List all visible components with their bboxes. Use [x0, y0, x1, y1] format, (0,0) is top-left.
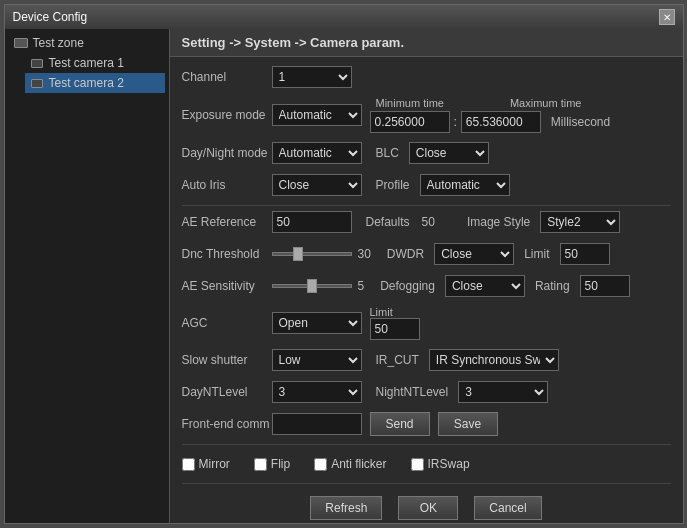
nightntlevel-select[interactable]: 3	[458, 381, 548, 403]
nightntlevel-label: NightNTLevel	[370, 385, 455, 399]
title-bar: Device Config ✕	[5, 5, 683, 29]
profile-label: Profile	[370, 178, 416, 192]
agc-limit-label: Limit	[370, 306, 420, 318]
channel-row: Channel 1	[182, 65, 671, 89]
sidebar-item-root[interactable]: Test zone	[9, 33, 165, 53]
frontend-input[interactable]	[272, 413, 362, 435]
slow-shutter-label: Slow shutter	[182, 353, 272, 367]
ae-ref-input[interactable]: 50	[272, 211, 352, 233]
ae-sensitivity-label: AE Sensitivity	[182, 279, 272, 293]
flip-checkbox-item[interactable]: Flip	[254, 457, 290, 471]
auto-iris-label: Auto Iris	[182, 178, 272, 192]
camera2-icon	[29, 75, 45, 91]
anti-flicker-checkbox[interactable]	[314, 458, 327, 471]
close-button[interactable]: ✕	[659, 9, 675, 25]
mirror-label: Mirror	[199, 457, 230, 471]
frontend-label: Front-end comm	[182, 417, 272, 431]
save-button[interactable]: Save	[438, 412, 498, 436]
daynight-select[interactable]: Automatic	[272, 142, 362, 164]
defogging-label: Defogging	[374, 279, 441, 293]
image-style-select[interactable]: Style2	[540, 211, 620, 233]
daynight-row: Day/Night mode Automatic BLC Close	[182, 141, 671, 165]
irswap-checkbox[interactable]	[411, 458, 424, 471]
irswap-label: IRSwap	[428, 457, 470, 471]
slow-shutter-row: Slow shutter Low IR_CUT IR Synchronous S…	[182, 348, 671, 372]
blc-label: BLC	[370, 146, 405, 160]
agc-row: AGC Open Limit 50	[182, 306, 671, 340]
main-content: Test zone Test camera 1 Test camera 2	[5, 29, 683, 523]
anti-flicker-checkbox-item[interactable]: Anti flicker	[314, 457, 386, 471]
ae-ref-row: AE Reference 50 Defaults 50 Image Style …	[182, 210, 671, 234]
defaults-label: Defaults	[360, 215, 416, 229]
dnc-row: Dnc Threshold 30 DWDR Close Limit 50	[182, 242, 671, 266]
action-btn-row: Refresh OK Cancel	[182, 488, 671, 523]
exposure-select[interactable]: Automatic	[272, 104, 362, 126]
dnc-value: 30	[352, 247, 377, 261]
send-button[interactable]: Send	[370, 412, 430, 436]
min-time-input[interactable]: 0.256000	[370, 111, 450, 133]
dayntlevel-select[interactable]: 3	[272, 381, 362, 403]
min-time-label: Minimum time	[370, 97, 450, 109]
divider2	[182, 444, 671, 445]
exposure-label: Exposure mode	[182, 108, 272, 122]
ae-sensitivity-row: AE Sensitivity 5 Defogging Close Rating …	[182, 274, 671, 298]
dwdr-label: DWDR	[381, 247, 430, 261]
daynight-label: Day/Night mode	[182, 146, 272, 160]
max-time-input[interactable]: 65.536000	[461, 111, 541, 133]
dnc-slider-container	[272, 252, 352, 256]
dnc-slider[interactable]	[272, 252, 352, 256]
camera1-label: Test camera 1	[49, 56, 124, 70]
dayntlevel-row: DayNTLevel 3 NightNTLevel 3	[182, 380, 671, 404]
dnc-label: Dnc Threshold	[182, 247, 272, 261]
refresh-button[interactable]: Refresh	[310, 496, 382, 520]
channel-select[interactable]: 1	[272, 66, 352, 88]
agc-limit-input[interactable]: 50	[370, 318, 420, 340]
millisecond-label: Millisecond	[545, 115, 616, 129]
max-time-label: Maximum time	[504, 97, 588, 109]
dwdr-select[interactable]: Close	[434, 243, 514, 265]
ok-button[interactable]: OK	[398, 496, 458, 520]
ir-cut-label: IR_CUT	[370, 353, 425, 367]
rating-input[interactable]: 50	[580, 275, 630, 297]
anti-flicker-label: Anti flicker	[331, 457, 386, 471]
ae-ref-label: AE Reference	[182, 215, 272, 229]
flip-checkbox[interactable]	[254, 458, 267, 471]
agc-label: AGC	[182, 316, 272, 330]
window-title: Device Config	[13, 10, 88, 24]
exposure-row: Exposure mode Automatic Minimum time Max…	[182, 97, 671, 133]
ae-sensitivity-value: 5	[352, 279, 371, 293]
sidebar-item-camera1[interactable]: Test camera 1	[25, 53, 165, 73]
blc-select[interactable]: Close	[409, 142, 489, 164]
auto-iris-row: Auto Iris Close Profile Automatic	[182, 173, 671, 197]
slow-shutter-select[interactable]: Low	[272, 349, 362, 371]
limit-label: Limit	[518, 247, 555, 261]
checkbox-row: Mirror Flip Anti flicker IRSwap	[182, 449, 671, 479]
defogging-select[interactable]: Close	[445, 275, 525, 297]
ae-sensitivity-slider[interactable]	[272, 284, 352, 288]
defaults-value: 50	[416, 215, 441, 229]
sidebar-item-camera2[interactable]: Test camera 2	[25, 73, 165, 93]
frontend-row: Front-end comm Send Save	[182, 412, 671, 436]
auto-iris-select[interactable]: Close	[272, 174, 362, 196]
limit-input[interactable]: 50	[560, 243, 610, 265]
colon-sep: :	[454, 115, 457, 129]
irswap-checkbox-item[interactable]: IRSwap	[411, 457, 470, 471]
sidebar: Test zone Test camera 1 Test camera 2	[5, 29, 170, 523]
mirror-checkbox-item[interactable]: Mirror	[182, 457, 230, 471]
rating-label: Rating	[529, 279, 576, 293]
dayntlevel-label: DayNTLevel	[182, 385, 272, 399]
breadcrumb: Setting -> System -> Camera param.	[170, 29, 683, 57]
camera2-label: Test camera 2	[49, 76, 124, 90]
mirror-checkbox[interactable]	[182, 458, 195, 471]
camera1-icon	[29, 55, 45, 71]
divider3	[182, 483, 671, 484]
cancel-button[interactable]: Cancel	[474, 496, 541, 520]
channel-label: Channel	[182, 70, 272, 84]
ir-cut-select[interactable]: IR Synchronous Switch	[429, 349, 559, 371]
device-config-window: Device Config ✕ Test zone Test camera 1	[4, 4, 684, 524]
profile-select[interactable]: Automatic	[420, 174, 510, 196]
image-style-label: Image Style	[461, 215, 536, 229]
agc-select[interactable]: Open	[272, 312, 362, 334]
monitor-icon	[13, 35, 29, 51]
flip-label: Flip	[271, 457, 290, 471]
